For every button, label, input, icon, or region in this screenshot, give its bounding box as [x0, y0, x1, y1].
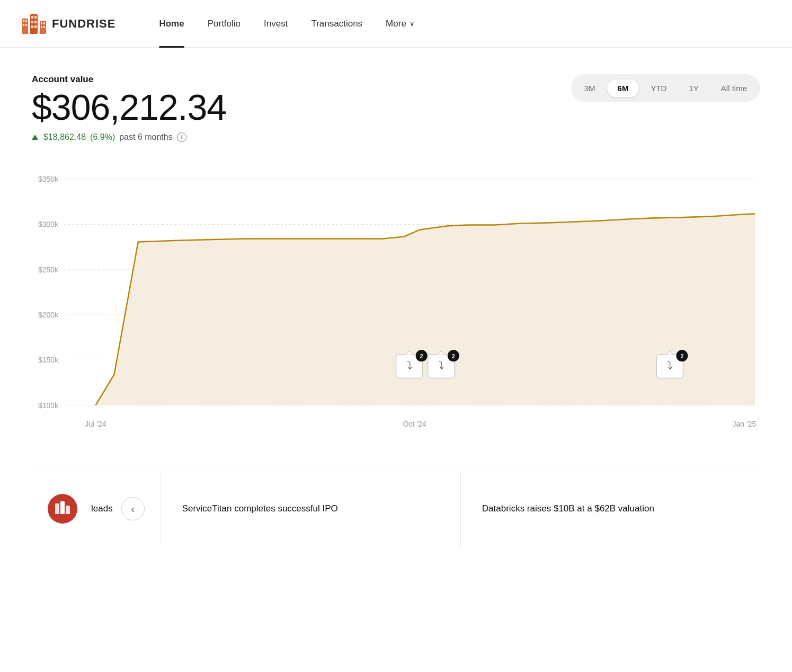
svg-text:Oct '24: Oct '24: [403, 420, 426, 428]
time-btn-3m[interactable]: 3M: [574, 79, 606, 97]
account-change: $18,862.48 (6.9%) past 6 months i: [32, 132, 226, 142]
time-btn-ytd[interactable]: YTD: [640, 79, 677, 97]
news-item-1-text: leads: [86, 502, 113, 515]
time-btn-alltime[interactable]: All time: [710, 79, 758, 97]
nav-portfolio[interactable]: Portfolio: [196, 0, 252, 48]
svg-rect-12: [40, 21, 46, 34]
time-range-selector: 3M 6M YTD 1Y All time: [571, 74, 760, 102]
svg-text:$100k: $100k: [38, 401, 59, 410]
news-item-3-text: Databricks raises $10B at a $62B valuati…: [477, 502, 654, 515]
svg-rect-11: [34, 25, 37, 28]
chart-container: $350k $300k $250k $200k $150k $100k ⤵ 2: [32, 163, 760, 440]
svg-rect-3: [23, 24, 24, 26]
nav-more[interactable]: More ∨: [374, 0, 426, 48]
time-btn-1y[interactable]: 1Y: [678, 79, 709, 97]
account-value: $306,212.34: [32, 89, 226, 125]
navbar: FUNDRISE Home Portfolio Invest Transacti…: [0, 0, 792, 48]
svg-rect-4: [25, 24, 27, 26]
account-label: Account value: [32, 74, 226, 85]
change-amount: $18,862.48: [43, 132, 86, 142]
svg-rect-0: [22, 19, 28, 34]
svg-rect-8: [31, 21, 33, 23]
change-period: past 6 months: [119, 132, 173, 142]
nav-transactions[interactable]: Transactions: [299, 0, 374, 48]
nav-home[interactable]: Home: [147, 0, 195, 48]
up-arrow-icon: [32, 135, 38, 140]
svg-rect-52: [66, 506, 70, 514]
svg-text:$250k: $250k: [38, 266, 59, 274]
logo[interactable]: FUNDRISE: [21, 13, 115, 34]
svg-text:$200k: $200k: [38, 311, 59, 319]
info-icon[interactable]: i: [177, 132, 186, 142]
svg-text:⤵: ⤵: [439, 360, 444, 372]
news-prev-button[interactable]: ‹: [121, 497, 145, 520]
account-chart: $350k $300k $250k $200k $150k $100k ⤵ 2: [32, 163, 760, 440]
svg-rect-6: [31, 16, 33, 19]
svg-text:2: 2: [680, 353, 683, 359]
svg-text:$150k: $150k: [38, 356, 59, 364]
svg-rect-15: [41, 26, 42, 28]
svg-rect-50: [55, 503, 59, 514]
svg-text:2: 2: [420, 353, 423, 359]
news-item-1[interactable]: leads ‹: [32, 472, 161, 546]
news-brand-icon: [54, 500, 71, 517]
logo-text: FUNDRISE: [52, 17, 115, 31]
news-circle-icon: [48, 494, 77, 524]
svg-text:⤵: ⤵: [667, 360, 672, 372]
svg-text:2: 2: [452, 353, 455, 359]
svg-text:Jan '25: Jan '25: [732, 420, 756, 428]
svg-rect-9: [34, 21, 37, 23]
svg-rect-14: [43, 22, 45, 24]
change-pct: (6.9%): [90, 132, 115, 142]
svg-rect-2: [25, 20, 27, 22]
svg-text:$350k: $350k: [38, 175, 59, 183]
svg-rect-16: [43, 26, 45, 28]
svg-text:$300k: $300k: [38, 220, 59, 228]
svg-rect-51: [60, 501, 65, 514]
time-btn-6m[interactable]: 6M: [607, 79, 639, 97]
svg-rect-1: [23, 20, 24, 22]
nav-invest[interactable]: Invest: [252, 0, 299, 48]
logo-icon: [21, 13, 47, 34]
svg-text:⤵: ⤵: [407, 360, 412, 372]
news-item-2-text: ServiceTitan completes successful IPO: [177, 502, 338, 515]
svg-text:Jul '24: Jul '24: [85, 420, 106, 428]
news-item-3[interactable]: Databricks raises $10B at a $62B valuati…: [461, 472, 760, 546]
main-content: Account value $306,212.34 $18,862.48 (6.…: [0, 48, 792, 546]
svg-rect-13: [41, 22, 42, 24]
news-strip: leads ‹ ServiceTitan completes successfu…: [32, 472, 760, 546]
svg-rect-7: [34, 16, 37, 19]
account-header: Account value $306,212.34 $18,862.48 (6.…: [32, 74, 760, 142]
nav-links: Home Portfolio Invest Transactions More …: [147, 0, 426, 48]
news-item-2[interactable]: ServiceTitan completes successful IPO: [161, 472, 461, 546]
account-info: Account value $306,212.34 $18,862.48 (6.…: [32, 74, 226, 142]
chevron-down-icon: ∨: [410, 20, 415, 28]
svg-rect-10: [31, 25, 33, 28]
